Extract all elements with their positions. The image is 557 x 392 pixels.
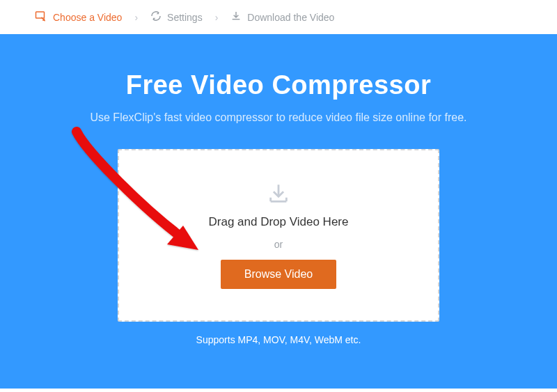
step-download[interactable]: Download the Video: [230, 10, 334, 24]
page-title: Free Video Compressor: [126, 70, 432, 100]
download-icon: [230, 10, 242, 24]
chevron-right-icon: ›: [134, 12, 138, 23]
supported-formats-text: Supports MP4, MOV, M4V, WebM etc.: [196, 334, 361, 345]
browse-video-button[interactable]: Browse Video: [221, 260, 336, 289]
refresh-icon: [150, 10, 162, 24]
page-subtitle: Use FlexClip's fast video compressor to …: [90, 111, 466, 124]
step-choose-video[interactable]: Choose a Video: [35, 10, 122, 24]
dropzone-main-text: Drag and Drop Video Here: [209, 215, 349, 229]
dropzone-or-text: or: [274, 239, 283, 250]
svg-rect-0: [36, 12, 45, 18]
step-label: Settings: [167, 12, 203, 23]
steps-bar: Choose a Video › Settings › Download the…: [0, 0, 557, 34]
select-video-icon: [35, 10, 47, 24]
step-settings[interactable]: Settings: [150, 10, 203, 24]
hero-section: Free Video Compressor Use FlexClip's fas…: [0, 34, 557, 389]
step-label: Download the Video: [247, 12, 334, 23]
video-dropzone[interactable]: Drag and Drop Video Here or Browse Video: [118, 149, 439, 322]
step-label: Choose a Video: [53, 12, 122, 23]
chevron-right-icon: ›: [215, 12, 219, 23]
download-icon: [267, 182, 290, 205]
